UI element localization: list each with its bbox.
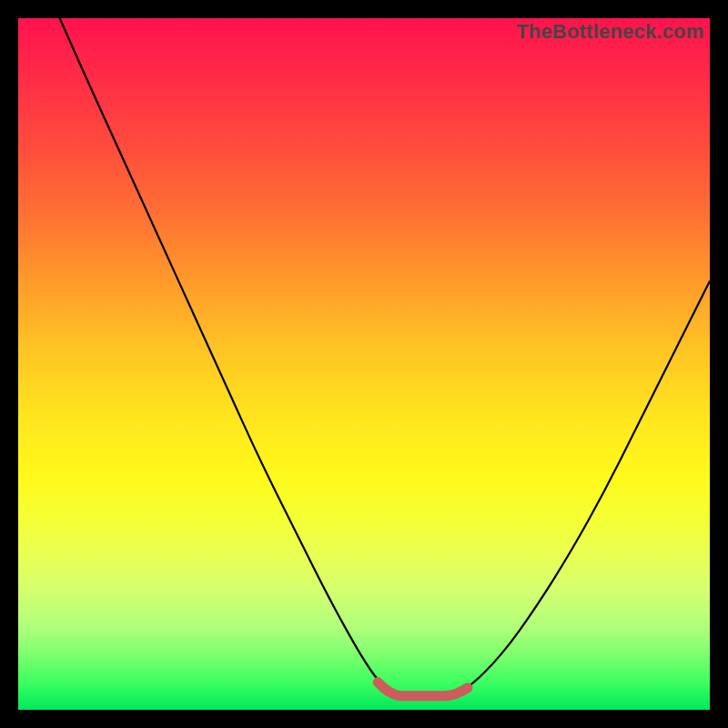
curve-layer [18,18,710,710]
plot-area: TheBottleneck.com [18,18,710,710]
bottleneck-curve [60,18,710,696]
optimal-zone-highlight [378,682,468,696]
chart-frame: TheBottleneck.com [0,0,728,728]
